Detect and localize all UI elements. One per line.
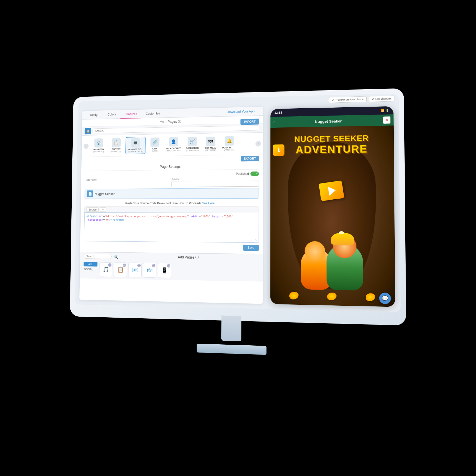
add-pages-title: Add Pages ⓘ bbox=[120, 254, 259, 261]
tab-design[interactable]: Design bbox=[86, 110, 103, 119]
play-button-area[interactable] bbox=[320, 182, 343, 200]
account-icon: 👤 bbox=[169, 137, 178, 147]
tile-music-info: ⓘ bbox=[108, 263, 111, 267]
page-name-subtitle-row: Page name: Subtitle: bbox=[85, 178, 259, 187]
phone-time: 13:14 bbox=[274, 111, 282, 115]
tab-download[interactable]: Download Your App bbox=[222, 107, 259, 117]
page-item-setmeal[interactable]: 🍽 SET MEAL (SET MEAL) bbox=[202, 135, 219, 153]
page-item-survey-type: (FORM (Y)) bbox=[111, 150, 121, 152]
game-area: ℹ NUGGET SEEKER ADVENTURE bbox=[270, 125, 395, 307]
search-icon: 🔍 bbox=[113, 254, 118, 259]
tile-food[interactable]: ⓘ 🍽 bbox=[143, 263, 156, 278]
qr-icon: 📱 bbox=[161, 267, 168, 274]
carousel-prev-arrow[interactable]: ‹ bbox=[84, 144, 89, 149]
source-toolbar: Source ↔ bbox=[84, 207, 259, 213]
see-here-link[interactable]: See Here. bbox=[202, 202, 215, 205]
filter-all-button[interactable]: ALL bbox=[84, 262, 97, 267]
monitor-shell: ↺ Preview on your phone ↺ See changes De… bbox=[70, 88, 406, 326]
page-item-account[interactable]: 👤 MY ACCOUNT (MY ACCOUNT) bbox=[164, 136, 183, 154]
page-item-link[interactable]: 🔗 LINK (LINK) bbox=[146, 136, 163, 154]
food-icon: 🍽 bbox=[147, 267, 152, 273]
nugget-1 bbox=[289, 292, 298, 300]
tab-features[interactable]: Features bbox=[120, 110, 141, 119]
tab-colors[interactable]: Colors bbox=[103, 110, 120, 119]
cms-panel: Design Colors Features Customize Downloa… bbox=[79, 107, 263, 304]
page-icon: 📄 bbox=[87, 190, 93, 197]
phone-close-button[interactable]: ✕ bbox=[383, 117, 390, 124]
commerce-icon: 🛒 bbox=[188, 137, 197, 146]
carousel-next-arrow[interactable]: › bbox=[255, 141, 261, 146]
tile-music[interactable]: ⓘ 🎵 bbox=[99, 262, 112, 277]
tile-qr[interactable]: ⓘ 📱 bbox=[158, 263, 171, 278]
published-row: Published bbox=[85, 172, 259, 177]
source-button[interactable]: Source bbox=[87, 208, 99, 212]
game-title-adventure: ADVENTURE bbox=[270, 143, 394, 156]
page-item-setmeal-name: SET MEAL bbox=[205, 147, 216, 149]
monitor-screen: ↺ Preview on your phone ↺ See changes De… bbox=[75, 93, 401, 312]
page-item-commerce[interactable]: 🛒 COMMERCE (COMMERCE) bbox=[183, 136, 201, 153]
code-area[interactable]: <iframe src="https://swiftspeedappcreato… bbox=[84, 212, 259, 243]
char-left-head bbox=[305, 241, 325, 262]
published-toggle[interactable] bbox=[250, 172, 259, 176]
page-item-push-name: PUSH NOTI... bbox=[222, 146, 236, 149]
survey-icon: 📋 bbox=[112, 138, 121, 147]
phone-preview: 13:14 📶 🔋 ‹ Nugget Seaker ✕ bbox=[270, 106, 395, 307]
helmet bbox=[331, 233, 354, 245]
page-item-rss-type: (RSS FEED) bbox=[93, 150, 104, 153]
character-area bbox=[270, 243, 395, 291]
source-extra-button[interactable]: ↔ bbox=[100, 208, 106, 212]
see-changes-button[interactable]: ↺ See changes bbox=[369, 95, 394, 102]
tab-customize[interactable]: Customize bbox=[141, 109, 164, 119]
tile-contact[interactable]: ⓘ 📧 bbox=[128, 263, 142, 277]
subtitle-input[interactable] bbox=[172, 181, 259, 187]
page-item-account-type: (MY ACCOUNT) bbox=[166, 149, 180, 152]
code-line-1: <iframe src="https://swiftspeedappcreato… bbox=[86, 215, 257, 218]
tile-form[interactable]: ⓘ 📋 bbox=[114, 262, 127, 277]
page-name-field: Page name: bbox=[85, 178, 169, 187]
page-item-push[interactable]: 🔔 PUSH NOTI... (PUSH V1) bbox=[220, 135, 238, 153]
game-title-area: NUGGET SEEKER ADVENTURE bbox=[270, 133, 394, 156]
tile-qr-info: ⓘ bbox=[167, 264, 170, 268]
pages-list: 📡 RSS FEED (RSS FEED) 📋 SURVEY (FORM (Y)… bbox=[89, 135, 256, 155]
music-icon: 🎵 bbox=[103, 266, 109, 273]
play-triangle-icon bbox=[328, 186, 336, 196]
page-item-nugget-type: (SOURCE CODE) bbox=[128, 150, 143, 153]
play-button[interactable] bbox=[319, 180, 344, 201]
page-item-nugget[interactable]: 💻 NUGGET SE... (SOURCE CODE) bbox=[125, 137, 146, 154]
subtitle-field: Subtitle: bbox=[172, 178, 259, 187]
page-item-rss[interactable]: 📡 RSS FEED (RSS FEED) bbox=[90, 137, 107, 155]
nugget-icon: 💻 bbox=[131, 138, 140, 147]
filter-buttons: ALL SOCIAL bbox=[84, 262, 98, 271]
character-right bbox=[327, 244, 363, 291]
resize-handle[interactable]: ⤡ bbox=[255, 238, 258, 241]
battery-icon: 🔋 bbox=[386, 109, 389, 112]
page-item-rss-name: RSS FEED bbox=[93, 148, 104, 150]
tile-form-info: ⓘ bbox=[123, 264, 126, 267]
page-item-link-type: (LINK) bbox=[152, 150, 158, 152]
nugget-3 bbox=[365, 293, 375, 301]
export-button[interactable]: EXPORT bbox=[241, 156, 259, 162]
preview-phone-button[interactable]: ↺ Preview on your phone bbox=[329, 96, 367, 103]
page-item-commerce-type: (COMMERCE) bbox=[186, 149, 199, 151]
add-pages-search[interactable] bbox=[84, 254, 112, 259]
home-icon[interactable]: 🏠 bbox=[85, 128, 91, 134]
search-input[interactable] bbox=[92, 125, 260, 133]
helmet-light bbox=[339, 231, 344, 234]
save-row: Save bbox=[84, 241, 259, 252]
save-button[interactable]: Save bbox=[243, 245, 259, 251]
tile-food-info: ⓘ bbox=[152, 264, 155, 267]
page-item-setmeal-type: (SET MEAL) bbox=[205, 149, 216, 151]
chat-bubble-button[interactable]: 💬 bbox=[379, 293, 391, 304]
contact-icon: 📧 bbox=[132, 267, 138, 273]
wifi-icon: 📶 bbox=[381, 109, 385, 112]
page-item-survey[interactable]: 📋 SURVEY (FORM (Y)) bbox=[108, 137, 125, 154]
phone-app-title: Nugget Seaker bbox=[277, 118, 381, 124]
filter-social-label[interactable]: SOCIAL bbox=[84, 267, 97, 271]
rss-icon: 📡 bbox=[94, 138, 103, 148]
import-button[interactable]: IMPORT bbox=[240, 119, 259, 125]
tile-grid: ⓘ 🎵 ⓘ 📋 ⓘ 📧 ⓘ 🍽 bbox=[99, 262, 171, 278]
phone-back-button[interactable]: ‹ bbox=[273, 120, 275, 124]
push-icon: 🔔 bbox=[225, 136, 234, 146]
page-name-label: Page name: bbox=[85, 178, 169, 181]
page-item-survey-name: SURVEY bbox=[112, 148, 120, 150]
